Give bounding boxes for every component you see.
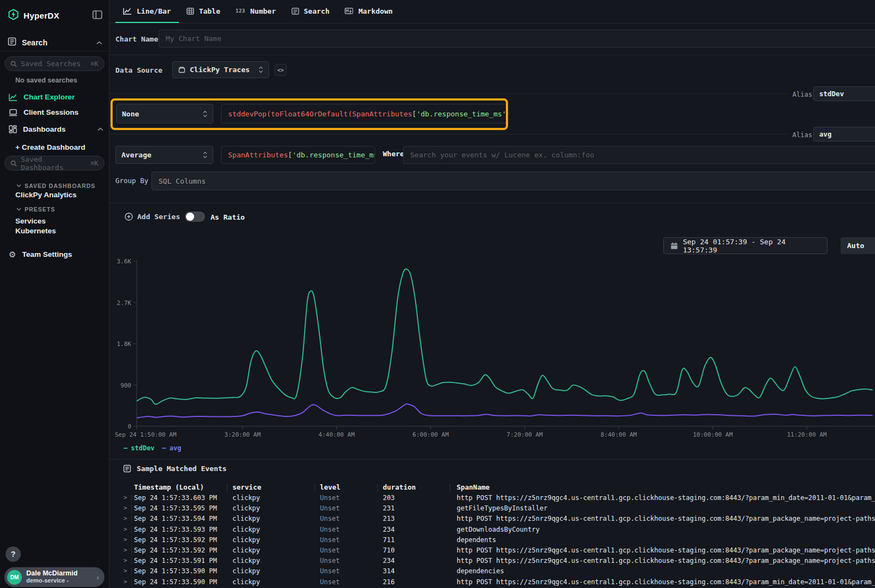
column-header-service[interactable]: service — [232, 483, 261, 491]
cell-timestamp: Sep 24 1:57:33.590 PM — [134, 578, 217, 586]
x-axis-tick-label: 3:20:00 AM — [224, 431, 261, 438]
granularity-auto-button[interactable]: Auto — [841, 237, 875, 254]
row-expand-icon[interactable]: > — [124, 504, 127, 511]
row-expand-icon[interactable]: > — [124, 567, 127, 574]
cell-service: clickpy — [232, 494, 260, 502]
y-axis-tick-label: 3.6K — [117, 259, 132, 265]
data-source-label: Data Source — [115, 66, 162, 74]
table-row[interactable]: >Sep 24 1:57:33.592 PMclickpyUnset711dep… — [109, 536, 875, 546]
cell-duration: 231 — [383, 504, 395, 512]
table-row[interactable]: >Sep 24 1:57:33.594 PMclickpyUnset213htt… — [109, 514, 875, 525]
row-expand-icon[interactable]: > — [124, 546, 127, 554]
row-expand-icon[interactable]: > — [124, 515, 127, 522]
sidebar-item-dashboards[interactable]: Dashboards — [9, 125, 103, 133]
select-chevrons-icon — [203, 110, 207, 117]
markdown-icon — [345, 8, 353, 14]
tab-line-bar[interactable]: Line/Bar — [115, 0, 179, 23]
chart-explorer-icon — [9, 93, 18, 101]
where-search-input[interactable]: Search your events w/ Lucene ex. column:… — [403, 146, 875, 164]
group-by-placeholder: SQL Columns — [159, 177, 206, 185]
as-ratio-label: As Ratio — [211, 213, 245, 221]
cell-timestamp: Sep 24 1:57:33.591 PM — [134, 557, 217, 565]
row-expand-icon[interactable]: > — [124, 494, 127, 501]
saved-searches-placeholder: Saved Searches — [21, 60, 87, 68]
data-source-select[interactable]: ClickPy Traces — [172, 61, 269, 78]
sidebar-item-client-sessions[interactable]: Client Sessions — [9, 108, 103, 116]
add-series-button[interactable]: Add Series — [125, 213, 180, 221]
time-series-chart[interactable]: 3.6K2.7K1.8K9000Sep 24 1:50:00 AM3:20:00… — [115, 259, 875, 445]
series2-alias-input[interactable]: avg — [813, 127, 875, 142]
table-row[interactable]: >Sep 24 1:57:33.595 PMclickpyUnset231get… — [109, 504, 875, 514]
series1-expression-input[interactable]: stddevPop(toFloat64OrDefault(SpanAttribu… — [221, 104, 508, 124]
tab-number[interactable]: 123 Number — [228, 0, 284, 23]
series2-field-input[interactable]: SpanAttributes['db.response_time_ms'] — [221, 146, 375, 164]
tab-label: Line/Bar — [137, 7, 171, 15]
alias-divider — [109, 134, 788, 134]
tab-markdown[interactable]: Markdown — [337, 0, 400, 23]
dashboard-link-clickpy-analytics[interactable]: ClickPy Analytics — [15, 191, 77, 199]
chevron-down-icon — [16, 184, 21, 187]
preset-link-services[interactable]: Services — [15, 217, 46, 225]
column-header-timestamp[interactable]: Timestamp (Local) — [134, 483, 204, 491]
column-separator[interactable] — [227, 485, 228, 491]
edit-sql-button[interactable]: <> — [275, 64, 287, 76]
sidebar-item-team-settings[interactable]: ⚙ Team Settings — [9, 250, 103, 258]
tab-search[interactable]: Search — [284, 0, 337, 23]
row-expand-icon[interactable]: > — [124, 536, 127, 543]
legend-item-avg[interactable]: —avg — [162, 444, 182, 452]
chart-name-input[interactable]: My Chart Name — [159, 30, 875, 48]
sidebar-section-search[interactable]: Search — [8, 37, 102, 48]
table-row[interactable]: >Sep 24 1:57:33.603 PMclickpyUnset203htt… — [109, 493, 875, 504]
series1-alias-input[interactable]: stdDev — [813, 86, 875, 101]
group-by-label: Group By — [115, 177, 148, 185]
y-axis-tick-label: 0 — [127, 423, 131, 430]
sidebar-item-label: Client Sessions — [24, 108, 103, 116]
group-by-input[interactable]: SQL Columns — [151, 172, 875, 190]
legend-swatch: — — [124, 444, 127, 452]
cell-duration: 710 — [383, 546, 395, 554]
saved-dashboards-header[interactable]: SAVED DASHBOARDS — [16, 183, 96, 189]
sidebar-item-chart-explorer[interactable]: Chart Explorer — [9, 93, 103, 101]
column-header-level[interactable]: level — [320, 483, 341, 491]
legend-swatch: — — [162, 444, 166, 452]
sidebar-item-label: Chart Explorer — [24, 93, 103, 101]
table-row[interactable]: >Sep 24 1:57:33.592 PMclickpyUnset710htt… — [109, 546, 875, 556]
y-axis-tick-label: 2.7K — [117, 299, 132, 307]
series1-aggregation-select[interactable]: None — [116, 104, 213, 124]
column-separator[interactable] — [377, 485, 378, 491]
tab-table[interactable]: Table — [179, 0, 228, 23]
series2-aggregation-select[interactable]: Average — [115, 146, 213, 164]
row-expand-icon[interactable]: > — [124, 578, 127, 585]
presets-header[interactable]: PRESETS — [16, 206, 55, 213]
column-separator[interactable] — [450, 485, 450, 491]
x-axis-tick-label: 10:00:00 AM — [693, 431, 733, 438]
column-header-spanname[interactable]: SpanName — [457, 483, 489, 491]
create-dashboard-button[interactable]: + Create Dashboard — [15, 143, 85, 151]
as-ratio-toggle[interactable] — [185, 211, 205, 222]
table-row[interactable]: >Sep 24 1:57:33.590 PMclickpyUnset216htt… — [109, 578, 875, 588]
row-expand-icon[interactable]: > — [124, 526, 127, 533]
column-header-duration[interactable]: duration — [383, 483, 416, 491]
legend-item-stddev[interactable]: —stdDev — [124, 444, 155, 452]
collapse-sidebar-icon[interactable] — [92, 10, 102, 21]
table-row[interactable]: >Sep 24 1:57:33.590 PMclickpyUnset314dep… — [109, 567, 875, 577]
preset-link-kubernetes[interactable]: Kubernetes — [15, 227, 56, 235]
cell-service: clickpy — [232, 504, 260, 512]
cell-spanname: getFileTypesByInstaller — [457, 504, 875, 512]
sample-matched-events-title: Sample Matched Events — [137, 464, 226, 473]
cell-spanname: getDownloadsByCountry — [457, 526, 875, 533]
user-menu[interactable]: DM Dale McDiarmid demo-service - › — [4, 567, 104, 587]
cell-timestamp: Sep 24 1:57:33.593 PM — [134, 526, 217, 533]
table-row[interactable]: >Sep 24 1:57:33.593 PMclickpyUnset234get… — [109, 525, 875, 536]
column-separator[interactable] — [314, 485, 315, 491]
calendar-icon — [670, 242, 678, 250]
saved-dashboards-input[interactable]: Saved Dashboards ⌘K — [4, 156, 104, 170]
help-button[interactable]: ? — [5, 546, 21, 562]
time-range-picker[interactable]: Sep 24 01:57:39 - Sep 24 13:57:39 — [663, 237, 827, 254]
table-row[interactable]: >Sep 24 1:57:33.591 PMclickpyUnset234htt… — [109, 556, 875, 567]
sidebar-item-label: Dashboards — [23, 125, 91, 133]
table-icon — [186, 8, 194, 15]
saved-searches-input[interactable]: Saved Searches ⌘K — [4, 56, 104, 71]
section-divider — [109, 459, 875, 460]
row-expand-icon[interactable]: > — [124, 557, 127, 564]
